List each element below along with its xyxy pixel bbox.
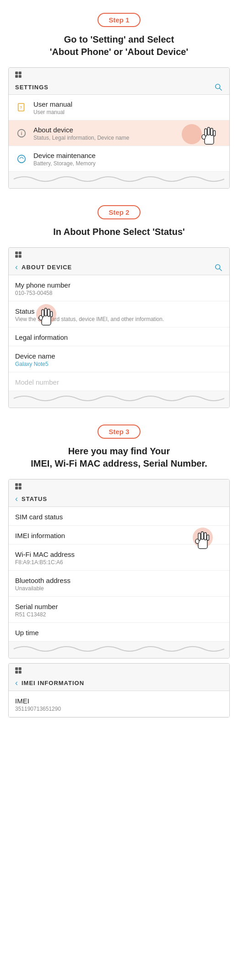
bluetooth-subtitle: Unavailable	[15, 585, 223, 592]
step4-phone-topbar	[9, 664, 229, 675]
user-manual-text: User manual User manual	[33, 100, 72, 115]
step1-search-icon[interactable]	[214, 82, 223, 92]
user-manual-icon: ?	[15, 101, 28, 114]
svg-rect-27	[50, 311, 53, 317]
serial-subtitle: R51 C13482	[15, 611, 223, 618]
svg-rect-25	[45, 308, 47, 316]
list-item-about-device[interactable]: i About device Status, Legal information…	[9, 120, 229, 146]
svg-rect-35	[201, 532, 204, 539]
step3-samsung-icon	[14, 482, 22, 490]
step2-header-left: ‹ ABOUT DEVICE	[15, 262, 72, 272]
device-maintenance-text: Device maintenance Battery, Storage, Mem…	[33, 152, 96, 167]
status-item-bluetooth[interactable]: Bluetooth address Unavailable	[9, 571, 229, 597]
status-item-status[interactable]: Status View the SIM card status, device …	[9, 301, 229, 327]
user-manual-subtitle: User manual	[33, 109, 72, 115]
svg-rect-26	[48, 309, 50, 316]
step2-badge: Step 2	[97, 205, 140, 219]
svg-rect-19	[15, 255, 18, 258]
status-item-model[interactable]: Model number	[9, 372, 229, 391]
phone-number-title: My phone number	[15, 281, 223, 289]
status-item-imei-value[interactable]: IMEI 351190713651290	[9, 691, 229, 717]
step1-phone-topbar	[9, 68, 229, 79]
svg-rect-20	[19, 255, 22, 258]
step3-phone-topbar	[9, 479, 229, 490]
status-item-device-name[interactable]: Device name Galaxy Note5	[9, 346, 229, 372]
device-maintenance-icon	[15, 152, 28, 165]
svg-line-5	[220, 88, 222, 91]
status-item-serial[interactable]: Serial number R51 C13482	[9, 597, 229, 623]
step2-screen-header: ‹ ABOUT DEVICE	[9, 259, 229, 275]
svg-point-15	[202, 135, 206, 139]
svg-rect-37	[207, 535, 209, 540]
step1-phone-frame: SETTINGS ? User manual User manual	[8, 67, 230, 189]
status-item-sim[interactable]: SIM card status	[9, 507, 229, 526]
step3-title: Here you may find YourIMEI, Wi-Fi MAC ad…	[0, 445, 238, 479]
about-device-subtitle: Status, Legal information, Device name	[33, 135, 129, 141]
svg-point-16	[18, 155, 26, 163]
step4-phone-frame: ‹ IMEI INFORMATION IMEI 351190713651290	[8, 663, 230, 718]
step1-badge: Step 1	[97, 13, 140, 27]
step2-hand-cursor	[34, 304, 56, 329]
wifi-mac-subtitle: F8:A9:1A:B5:1C:A6	[15, 559, 223, 566]
svg-rect-31	[15, 487, 18, 490]
section-step1: Step 1 Go to 'Setting' and Select'About …	[0, 0, 238, 189]
status-item-legal[interactable]: Legal information	[9, 327, 229, 346]
step3-wave-bottom	[9, 642, 229, 658]
section-step3: Step 3 Here you may find YourIMEI, Wi-Fi…	[0, 412, 238, 659]
samsung-icon	[14, 71, 22, 79]
step2-search-icon[interactable]	[214, 263, 223, 272]
step2-header-title: ABOUT DEVICE	[22, 264, 72, 271]
serial-title: Serial number	[15, 603, 223, 610]
section-step2: Step 2 In About Phone Select 'Status' ‹ …	[0, 192, 238, 408]
svg-rect-13	[211, 128, 213, 136]
bluetooth-title: Bluetooth address	[15, 577, 223, 584]
status-item-imei[interactable]: IMEI information	[9, 526, 229, 544]
step3-container: Step 3	[0, 412, 238, 445]
svg-rect-12	[208, 127, 210, 135]
list-item-device-maintenance[interactable]: Device maintenance Battery, Storage, Mem…	[9, 146, 229, 172]
about-device-title: About device	[33, 126, 129, 134]
device-name-value: Galaxy Note5	[15, 361, 223, 367]
step4-back-button[interactable]: ‹	[15, 678, 18, 688]
svg-text:i: i	[21, 131, 22, 136]
legal-title: Legal information	[15, 333, 223, 341]
svg-line-22	[220, 268, 222, 271]
device-maintenance-subtitle: Battery, Storage, Memory	[33, 160, 96, 167]
svg-point-21	[216, 264, 220, 269]
svg-rect-0	[15, 71, 18, 74]
svg-rect-41	[15, 671, 18, 674]
device-maintenance-title: Device maintenance	[33, 152, 96, 159]
status-item-phone-number[interactable]: My phone number 010-753-00458	[9, 275, 229, 301]
list-item-user-manual[interactable]: ? User manual User manual	[9, 95, 229, 120]
about-device-icon: i	[15, 127, 28, 140]
bottom-spacer	[0, 721, 238, 730]
svg-rect-2	[15, 75, 18, 78]
svg-rect-42	[19, 671, 22, 674]
svg-rect-18	[19, 251, 22, 254]
step1-title: Go to 'Setting' and Select'About Phone' …	[0, 33, 238, 67]
imei-value-title: IMEI	[15, 697, 223, 705]
step1-wave-svg	[9, 174, 229, 184]
step2-wave-bottom	[9, 391, 229, 408]
step4-screen-header: ‹ IMEI INFORMATION	[9, 675, 229, 691]
svg-rect-40	[19, 667, 22, 670]
step1-container: Step 1	[0, 0, 238, 33]
step3-screen-header: ‹ STATUS	[9, 490, 229, 506]
section-step4: ‹ IMEI INFORMATION IMEI 351190713651290	[0, 663, 238, 718]
step3-header-left: ‹ STATUS	[15, 494, 47, 504]
status-item-uptime[interactable]: Up time	[9, 623, 229, 642]
svg-rect-3	[19, 75, 22, 78]
step3-back-button[interactable]: ‹	[15, 494, 18, 504]
step4-header-left: ‹ IMEI INFORMATION	[15, 678, 84, 688]
svg-rect-39	[15, 667, 18, 670]
phone-number-subtitle: 010-753-00458	[15, 290, 223, 296]
step3-hand-cursor	[191, 528, 213, 552]
step2-back-button[interactable]: ‹	[15, 262, 18, 272]
svg-rect-32	[19, 487, 22, 490]
step2-container: Step 2	[0, 192, 238, 226]
device-name-title: Device name	[15, 352, 223, 360]
uptime-title: Up time	[15, 629, 223, 637]
svg-point-28	[39, 316, 43, 320]
step2-phone-topbar	[9, 248, 229, 259]
step2-phone-frame: ‹ ABOUT DEVICE My phone number 010-753-0…	[8, 247, 230, 408]
